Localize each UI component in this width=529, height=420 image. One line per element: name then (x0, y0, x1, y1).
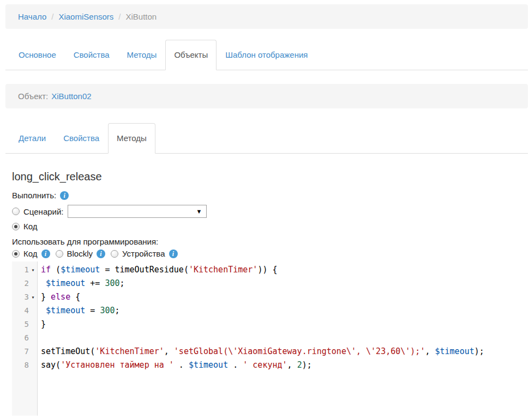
method-tab-1[interactable]: Детали (10, 123, 55, 154)
line-number: 5 (25, 318, 29, 331)
gutter-row: 2 (12, 277, 37, 290)
usage-option-2: Blocklyi (56, 249, 106, 258)
code-line[interactable]: $timeout = 300; (41, 304, 528, 318)
object-tab-2[interactable]: Свойства (65, 40, 118, 70)
method-title: long_click_release (12, 170, 528, 183)
chevron-down-icon: ▼ (196, 208, 202, 215)
usage-option-label-1: Код (23, 249, 38, 258)
info-icon[interactable]: i (97, 249, 105, 258)
object-tab-4-active[interactable]: Объекты (165, 40, 217, 70)
usage-options-row: КодiBlocklyiУстройстваi (12, 249, 528, 258)
method-tab-2[interactable]: Свойства (55, 123, 108, 154)
scenario-select[interactable]: ▼ (68, 205, 207, 218)
gutter-row: 3▾ (12, 290, 37, 304)
code-line[interactable]: setTimeOut('KitchenTimer', 'setGlobal(\'… (41, 345, 528, 358)
object-bar: Объект: XiButton02 (5, 84, 528, 108)
info-icon[interactable]: i (60, 191, 69, 200)
fold-marker-icon[interactable]: ▾ (29, 263, 37, 277)
object-tab-3[interactable]: Методы (118, 40, 166, 70)
breadcrumb-item-3: XiButton (126, 12, 157, 21)
scenario-label: Сценарий: (23, 207, 64, 216)
object-tabs: ОсновноеСвойстваМетодыОбъектыШаблон отоб… (5, 40, 528, 70)
scenario-radio[interactable] (12, 208, 20, 215)
usage-option-label-2: Blockly (67, 249, 93, 258)
object-bar-label: Объект: (18, 92, 48, 101)
usage-radio-2[interactable] (56, 250, 63, 258)
line-number: 3 (25, 290, 29, 304)
line-number: 6 (25, 331, 29, 345)
method-tab-3-active[interactable]: Методы (108, 123, 155, 154)
object-tab-5[interactable]: Шаблон отображения (217, 40, 316, 70)
info-icon[interactable]: i (169, 249, 178, 258)
line-number: 4 (25, 304, 29, 318)
code-line[interactable]: say('Установлен таймер на ' . $timeout .… (41, 358, 528, 372)
usage-label-row: Использовать для программирования: (12, 237, 528, 246)
gutter-row: 4 (12, 304, 37, 318)
info-icon[interactable]: i (41, 249, 50, 258)
radio-dot (14, 252, 17, 255)
code-line[interactable]: if ($timeout = timeOutResidue('KitchenTi… (41, 263, 528, 277)
breadcrumb: Начало/XiaomiSensors/XiButton (5, 4, 528, 29)
gutter-row: 1▾ (12, 263, 37, 277)
code-line[interactable]: } else { (41, 290, 528, 304)
page: Начало/XiaomiSensors/XiButton ОсновноеСв… (0, 4, 529, 416)
fold-marker-icon[interactable]: ▾ (29, 290, 37, 304)
method-panel: long_click_release Выполнить: i Сценарий… (5, 170, 528, 416)
editor-code-pane[interactable]: if ($timeout = timeOutResidue('KitchenTi… (38, 261, 528, 416)
breadcrumb-item-1[interactable]: Начало (18, 12, 46, 21)
breadcrumb-separator: / (118, 12, 121, 21)
code-row: Код (12, 222, 528, 231)
execute-label: Выполнить: (12, 191, 56, 200)
code-editor[interactable]: 1▾23▾45678 if ($timeout = timeOutResidue… (12, 261, 528, 416)
object-link[interactable]: XiButton02 (51, 92, 91, 101)
usage-option-3: Устройстваi (111, 249, 177, 258)
method-tabs: ДеталиСвойстваМетоды (5, 123, 528, 154)
execute-row: Выполнить: i (12, 191, 528, 200)
object-tab-1[interactable]: Основное (10, 40, 65, 70)
gutter-row: 7 (12, 345, 37, 358)
scenario-row: Сценарий: ▼ (12, 205, 528, 218)
line-number: 2 (25, 277, 29, 290)
code-line[interactable] (41, 331, 528, 345)
usage-radio-1[interactable] (12, 250, 20, 258)
code-label: Код (23, 222, 38, 231)
usage-radio-3[interactable] (111, 250, 118, 258)
line-number: 1 (25, 263, 29, 277)
gutter-row: 5 (12, 318, 37, 331)
usage-label: Использовать для программирования: (12, 237, 158, 246)
usage-option-label-3: Устройства (122, 249, 165, 258)
line-number: 8 (25, 358, 29, 372)
breadcrumb-separator: / (51, 12, 53, 21)
code-line[interactable]: $timeout += 300; (41, 277, 528, 290)
line-number: 7 (25, 345, 29, 358)
breadcrumb-item-2[interactable]: XiaomiSensors (58, 12, 113, 21)
gutter-row: 8 (12, 358, 37, 372)
editor-gutter: 1▾23▾45678 (12, 261, 38, 416)
gutter-row: 6 (12, 331, 37, 345)
usage-option-1: Кодi (12, 249, 50, 258)
code-line[interactable]: } (41, 318, 528, 331)
code-radio[interactable] (12, 223, 20, 230)
